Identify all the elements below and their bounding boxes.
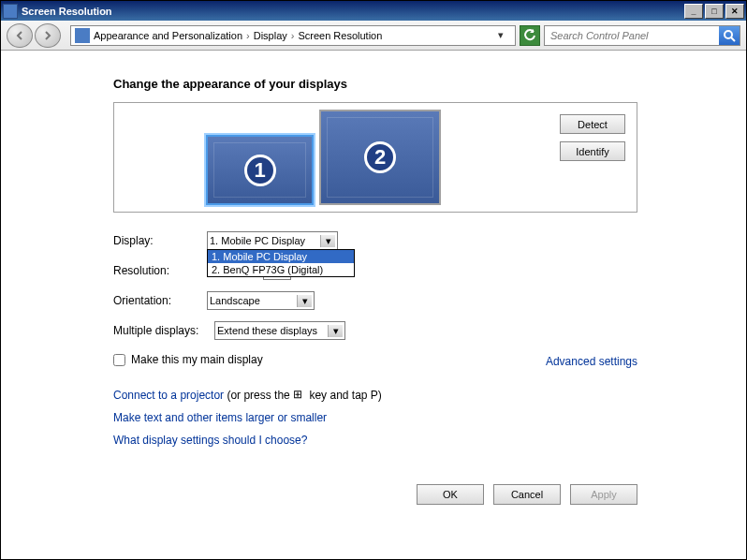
display-combo[interactable]: 1. Mobile PC Display ▾ 1. Mobile PC Disp… [207,231,338,250]
search-icon [723,29,736,42]
forward-button[interactable] [35,23,61,48]
window-title: Screen Resolution [22,6,684,17]
search-box [544,25,740,46]
multiple-displays-label: Multiple displays: [113,324,214,337]
display-label: Display: [113,234,207,247]
breadcrumb-item[interactable]: Appearance and Personalization [94,30,242,41]
advanced-settings-link[interactable]: Advanced settings [546,355,637,368]
refresh-button[interactable] [520,25,540,46]
breadcrumb[interactable]: Appearance and Personalization › Display… [70,25,516,46]
resolution-label: Resolution: [113,264,207,277]
breadcrumb-item[interactable]: Screen Resolution [298,30,382,41]
display-option[interactable]: 1. Mobile PC Display [208,250,354,263]
monitor-number-badge: 1 [244,155,276,186]
search-input[interactable] [545,30,719,41]
main-display-checkbox[interactable] [113,354,125,366]
close-button[interactable]: ✕ [725,4,744,19]
svg-line-1 [731,37,735,41]
projector-link[interactable]: Connect to a projector [113,389,224,402]
detect-button[interactable]: Detect [560,114,625,134]
cancel-button[interactable]: Cancel [493,484,561,505]
control-panel-icon [75,28,90,43]
projector-hint-text-2: key and tap P) [306,389,382,402]
apply-button[interactable]: Apply [570,484,637,505]
help-link[interactable]: What display settings should I choose? [113,434,307,447]
text-size-link[interactable]: Make text and other items larger or smal… [113,411,327,424]
search-button[interactable] [719,26,740,45]
back-button[interactable] [7,23,33,48]
svg-point-0 [725,31,732,38]
monitor-2[interactable]: 2 [319,110,441,205]
multiple-displays-combo[interactable]: Extend these displays ▾ [214,321,345,340]
orientation-label: Orientation: [113,294,207,307]
chevron-down-icon: ▾ [297,295,312,307]
display-option[interactable]: 2. BenQ FP73G (Digital) [208,263,354,276]
monitor-number-badge: 2 [364,141,396,173]
identify-button[interactable]: Identify [560,141,625,161]
main-display-label: Make this my main display [131,353,263,366]
monitor-layout-box: 1 2 Detect Identify [113,102,637,213]
chevron-right-icon: › [246,30,250,41]
chevron-down-icon[interactable]: ▾ [498,29,511,41]
content: Change the appearance of your displays 1… [1,51,746,523]
projector-hint-text: (or press the [224,389,293,402]
forward-arrow-icon [42,30,53,41]
back-arrow-icon [14,30,25,41]
breadcrumb-item[interactable]: Display [254,30,287,41]
ok-button[interactable]: OK [417,484,484,505]
orientation-value: Landscape [210,295,260,306]
minimize-button[interactable]: _ [684,4,703,19]
page-title: Change the appearance of your displays [113,77,690,91]
orientation-combo[interactable]: Landscape ▾ [207,291,315,310]
display-dropdown: 1. Mobile PC Display 2. BenQ FP73G (Digi… [207,249,355,277]
window-icon [3,4,18,19]
toolbar: Appearance and Personalization › Display… [1,21,746,51]
display-selected-value: 1. Mobile PC Display [210,235,305,246]
chevron-right-icon: › [291,30,295,41]
chevron-down-icon: ▾ [320,235,335,247]
refresh-icon [523,29,536,42]
maximize-button[interactable]: □ [705,4,724,19]
chevron-down-icon: ▾ [328,325,343,337]
multiple-displays-value: Extend these displays [217,325,317,336]
monitor-1[interactable]: 1 [206,135,314,205]
windows-key-icon [293,391,306,401]
titlebar: Screen Resolution _ □ ✕ [1,1,746,21]
